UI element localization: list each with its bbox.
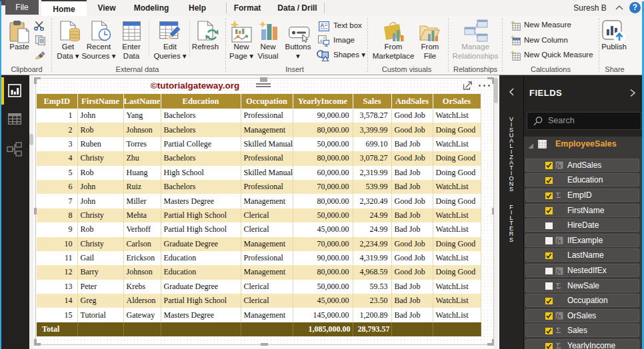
- svg-text:fx: fx: [557, 267, 562, 274]
- svg-text:fx: fx: [557, 162, 562, 169]
- svg-text:fx: fx: [557, 312, 562, 320]
- svg-text:fx: fx: [557, 237, 562, 244]
- svg-text:A: A: [320, 22, 324, 29]
